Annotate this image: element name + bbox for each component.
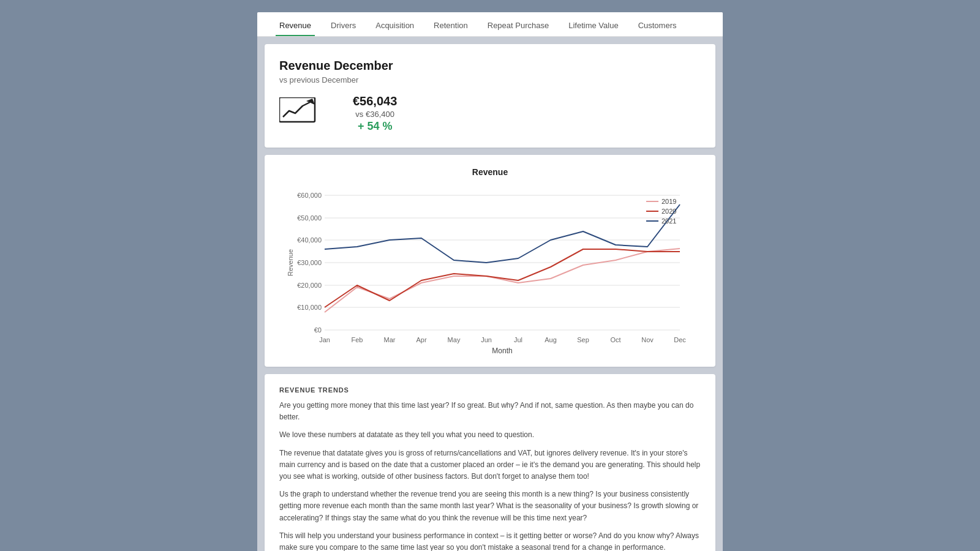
svg-text:2020: 2020 bbox=[662, 208, 676, 215]
svg-text:Jul: Jul bbox=[514, 336, 522, 343]
svg-text:€10,000: €10,000 bbox=[297, 304, 322, 311]
trends-para-1: Are you getting more money that this tim… bbox=[279, 400, 701, 423]
trends-para-3: The revenue that datatate gives you is g… bbox=[279, 448, 701, 483]
revenue-title: Revenue December bbox=[279, 59, 701, 73]
revenue-chart-card: Revenue €0 bbox=[265, 155, 715, 367]
nav-item-lifetime-value[interactable]: Lifetime Value bbox=[559, 12, 628, 36]
svg-text:€20,000: €20,000 bbox=[297, 282, 322, 289]
nav-item-repeat-purchase[interactable]: Repeat Purchase bbox=[478, 12, 559, 36]
svg-text:€0: €0 bbox=[314, 326, 322, 334]
revenue-numbers: €56,043 vs €36,400 + 54 % bbox=[353, 94, 397, 133]
svg-text:Dec: Dec bbox=[674, 336, 686, 343]
chart-wrapper: €0 €10,000 €20,000 €30,000 €40,000 €50,0… bbox=[279, 183, 701, 357]
svg-text:Apr: Apr bbox=[416, 336, 426, 343]
nav-item-revenue[interactable]: Revenue bbox=[270, 12, 321, 36]
nav-item-drivers[interactable]: Drivers bbox=[321, 12, 366, 36]
svg-text:2021: 2021 bbox=[662, 217, 676, 225]
svg-text:2019: 2019 bbox=[662, 198, 676, 205]
svg-text:Jun: Jun bbox=[481, 336, 492, 343]
nav-bar: Revenue Drivers Acquisition Retention Re… bbox=[257, 12, 723, 37]
revenue-trends-card: REVENUE TRENDS Are you getting more mone… bbox=[265, 374, 715, 551]
svg-text:Nov: Nov bbox=[641, 336, 654, 343]
trend-icon bbox=[279, 97, 316, 130]
svg-text:€50,000: €50,000 bbox=[297, 214, 322, 222]
svg-text:Feb: Feb bbox=[352, 336, 363, 343]
main-revenue-value: €56,043 bbox=[353, 94, 397, 108]
nav-item-customers[interactable]: Customers bbox=[628, 12, 687, 36]
pct-change-value: + 54 % bbox=[353, 120, 397, 133]
svg-text:Sep: Sep bbox=[577, 336, 589, 343]
nav-item-retention[interactable]: Retention bbox=[424, 12, 478, 36]
svg-text:€40,000: €40,000 bbox=[297, 236, 322, 244]
svg-text:Month: Month bbox=[492, 347, 512, 354]
svg-text:Revenue: Revenue bbox=[287, 249, 294, 276]
revenue-header-card: Revenue December vs previous December €5… bbox=[265, 44, 715, 148]
svg-text:May: May bbox=[448, 336, 461, 343]
vs-revenue-value: vs €36,400 bbox=[353, 110, 397, 119]
trends-para-2: We love these numbers at datatate as the… bbox=[279, 429, 701, 441]
trends-para-4: Us the graph to understand whether the r… bbox=[279, 489, 701, 524]
chart-title: Revenue bbox=[279, 167, 701, 177]
svg-text:Aug: Aug bbox=[545, 336, 557, 343]
svg-text:Oct: Oct bbox=[610, 336, 620, 343]
revenue-subtitle: vs previous December bbox=[279, 75, 701, 84]
svg-text:€60,000: €60,000 bbox=[297, 192, 322, 199]
svg-text:Mar: Mar bbox=[384, 336, 396, 343]
svg-text:€30,000: €30,000 bbox=[297, 259, 322, 266]
trends-para-5: This will help you understand your busin… bbox=[279, 530, 701, 551]
nav-item-acquisition[interactable]: Acquisition bbox=[366, 12, 424, 36]
section-label: REVENUE TRENDS bbox=[279, 386, 701, 394]
svg-text:Jan: Jan bbox=[319, 336, 330, 343]
